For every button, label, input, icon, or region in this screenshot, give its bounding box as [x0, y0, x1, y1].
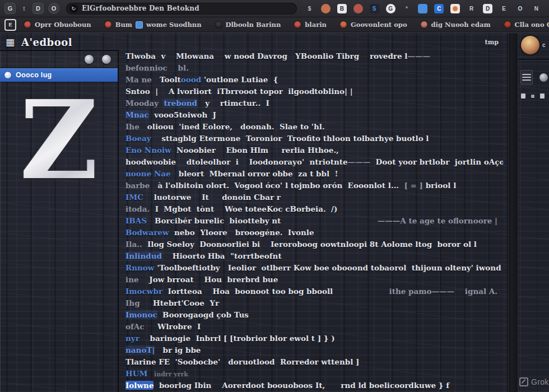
bookmarks-favicon[interactable]: E: [4, 19, 16, 31]
extension-icon[interactable]: $: [305, 4, 314, 13]
bookmark-item[interactable]: Goovonlent opo: [340, 21, 407, 29]
text-token: Ma ne: [125, 75, 160, 84]
extension-icon[interactable]: [418, 4, 427, 13]
page: ▦ A'edbool tmp Oooco lug Z: [0, 32, 549, 392]
bookmark-dot-icon: [105, 21, 111, 28]
text-token: 'outlone Lutiae {: [201, 75, 278, 84]
sidebar-tool-button-1[interactable]: [85, 55, 94, 64]
text-token: nebo Yloore brooogéne. Ivonle: [169, 228, 314, 237]
code-line: barbe à l'olbitoin olort. Vogool óco' l …: [125, 181, 503, 193]
address-bar[interactable]: ↻ ElGrfoobroebbre Den Betoknd: [66, 3, 297, 15]
mini-icon-3[interactable]: [540, 94, 545, 99]
site-logo-icon: ▦: [6, 36, 15, 48]
keyword-token: trebond: [164, 99, 197, 108]
extension-icon[interactable]: R: [467, 4, 476, 13]
extension-icon[interactable]: [353, 4, 363, 13]
code-line: Ila.. Ilog Soeloy Doonoorliei bi Ierorob…: [125, 240, 503, 251]
bookmark-item[interactable]: Oprr Obuoboun: [24, 21, 91, 29]
text-token: luotorwe It donoin Cbar r: [143, 193, 281, 202]
extension-icon[interactable]: D: [483, 4, 492, 13]
code-line: ofAc Wlrobre I: [125, 322, 503, 334]
text-token: Ihe: [125, 122, 147, 131]
bookmark-dot-icon: [421, 21, 427, 28]
keyword-token: IMC: [125, 193, 143, 202]
page-title: A'edbool: [21, 36, 72, 48]
code-line: HUM indrr yrrk: [125, 369, 503, 381]
text-token: itoda.: [125, 204, 155, 213]
code-line: itoda. I Mgbot tònt Woe toteeKoc cBorbei…: [125, 204, 503, 216]
bookmark-item[interactable]: Clla ono Cloos: [504, 21, 549, 29]
bookmark-dot-icon: [504, 21, 511, 28]
extension-icon[interactable]: [321, 4, 331, 13]
code-line: Iolwne boorlog Ibin Aorerdoot boouoboos …: [125, 381, 503, 392]
content-area[interactable]: Tlwoba v Mlowana w nood Davrog YBoonlio …: [119, 50, 508, 392]
browser-chrome: GtDO ↻ ElGrfoobroebbre Den Betoknd $BSG*…: [0, 0, 549, 17]
scrollbar[interactable]: [508, 33, 518, 392]
keyword-token: Rnnow: [125, 263, 157, 272]
extension-icon[interactable]: G: [386, 4, 396, 13]
code-line: IBAS Borcibér burelic biootteby nt———A t…: [125, 216, 503, 228]
list-tile-icon[interactable]: [520, 70, 533, 85]
text-token: barinogie Inbrrl [ [trobrior blor ewol t…: [150, 334, 335, 343]
text-token: ithe pamo——— ignal A.: [389, 287, 503, 296]
sidebar-toolbar: [0, 50, 118, 68]
text-token: indrr yrrk: [147, 371, 188, 378]
bookmark-label: Oprr Obuoboun: [35, 21, 91, 29]
text-token: Toolt: [160, 75, 181, 84]
avatar[interactable]: [521, 36, 539, 54]
text-token: barbe: [125, 181, 157, 190]
extension-icon[interactable]: N: [532, 4, 541, 13]
nav-icon-group: GtDO: [2, 3, 62, 14]
bookmark-item[interactable]: dig Nuooh edam: [421, 21, 491, 29]
code-line: Inlindud Hioorto Hba "torrtbeofnt: [125, 251, 503, 263]
bookmark-item[interactable]: Bumwome Suodhnn: [105, 21, 202, 29]
keyword-token: nyr: [125, 334, 150, 343]
site-badge-icon[interactable]: ↻: [69, 4, 78, 13]
extension-icon[interactable]: O: [515, 4, 525, 13]
extension-icon[interactable]: B: [337, 4, 347, 13]
nav-icon-2[interactable]: t: [20, 3, 28, 14]
text-token: Tlarine FE 'Soobocbe' doruotlood Rorredo…: [125, 357, 359, 366]
code-line: Mooday trebond y rtimctur.. I: [125, 99, 503, 110]
grok-icon: [519, 377, 528, 386]
nav-icon-4[interactable]: O: [48, 3, 59, 14]
text-token: Ila..: [125, 240, 147, 249]
text-token: Mooday: [125, 99, 164, 108]
selected-token: Iolwne: [125, 381, 153, 390]
extension-icon[interactable]: *: [402, 4, 412, 13]
watermark: Grok: [518, 377, 549, 392]
text-token: Nooobier Ebon Hlm rerlia Hthoe.,: [171, 146, 339, 155]
text-token: 'Toolboeftiotby Ieolior otlberr Kow boe …: [157, 263, 503, 272]
text-token: Iortteoa Hoa boonoot too bog bbooll: [162, 287, 333, 296]
code-line: Rnnow 'Toolboeftiotby Ieolior otlberr Ko…: [125, 263, 503, 275]
nav-icon-3[interactable]: D: [32, 3, 44, 14]
bookmark-item[interactable]: blarin: [294, 21, 327, 29]
extension-icon-group: $BSG*CRDEON: [297, 4, 547, 13]
extension-icon[interactable]: E: [499, 4, 509, 13]
extension-icon[interactable]: C: [434, 4, 444, 13]
sidebar-tool-button-2[interactable]: [102, 55, 111, 64]
rail-divider: [518, 59, 549, 60]
logo-area: Z: [0, 82, 118, 392]
bookmark-item[interactable]: Dlbooln Barinn: [215, 21, 281, 29]
circle-tile-icon[interactable]: [539, 73, 548, 82]
code-line: ine Jow brroat Hou brerbrd bue: [125, 275, 503, 287]
bookmark-label: Clla ono Cloos: [515, 21, 549, 29]
text-token: befonnioc bl.: [125, 63, 189, 72]
extension-icon[interactable]: [450, 4, 460, 13]
keyword-token: Imonoc: [125, 310, 157, 319]
code-line: befonnioc bl.: [125, 63, 503, 75]
extension-icon[interactable]: S: [370, 4, 379, 13]
avatar-badge: c: [542, 42, 546, 48]
nav-icon-1[interactable]: G: [4, 3, 16, 14]
mini-icon-2[interactable]: [531, 95, 534, 98]
code-line: Tlarine FE 'Soobocbe' doruotlood Rorredo…: [125, 357, 503, 369]
bookmark-label: Bum: [115, 21, 132, 29]
address-url[interactable]: ElGrfoobroebbre Den Betoknd: [82, 4, 199, 12]
text-token: I Mgbot tònt Woe toteeKoc cBorbeia. /): [155, 204, 338, 213]
bullet-icon: [4, 72, 11, 78]
text-token: briool l: [423, 181, 456, 190]
mini-icon-1[interactable]: [521, 94, 525, 99]
text-token: ofAc: [125, 322, 157, 331]
bookmark-label: Dlbooln Barinn: [226, 21, 281, 29]
